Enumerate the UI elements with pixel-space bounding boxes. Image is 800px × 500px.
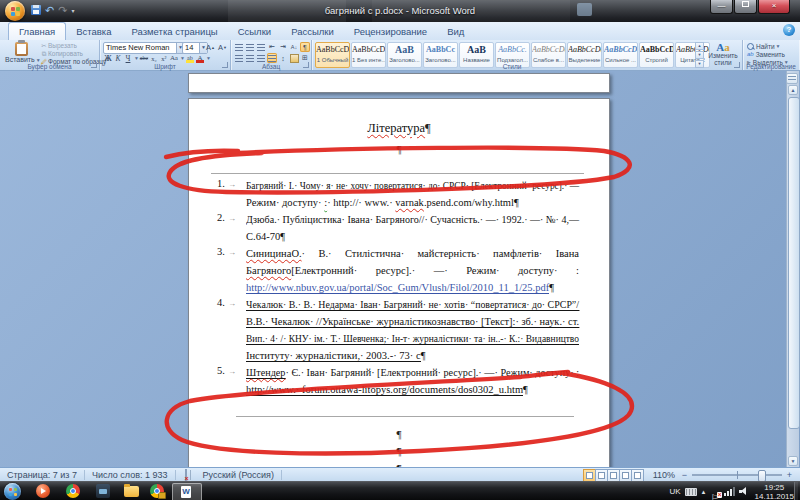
close-button[interactable]: × xyxy=(758,0,790,14)
justify-button[interactable] xyxy=(267,53,277,63)
cut-button[interactable]: ✂Вырезать xyxy=(40,42,98,50)
superscript-button[interactable]: x² xyxy=(159,53,169,63)
tab-mark: → xyxy=(228,299,236,308)
language-indicator[interactable]: Русский (Россия) xyxy=(196,470,282,480)
group-paragraph: ⇤ ⇥ А↓ ¶ ↕ ⊞ Абзац xyxy=(231,40,312,70)
underline-button[interactable]: Ч xyxy=(123,53,133,63)
document-page[interactable]: Література¶ ¶ 1.→Багряний· І.· Чому· я· … xyxy=(188,98,610,467)
restore-button[interactable] xyxy=(734,0,757,14)
network-icon[interactable] xyxy=(724,487,735,496)
list-item: 3.→СиницинаО.· В.· Стилістична· майстерн… xyxy=(189,243,609,294)
list-item: 1.→Багряний· І.· Чому· я· не· хочу· пове… xyxy=(189,175,609,209)
chevron-down-icon[interactable]: ▼ xyxy=(206,55,211,61)
scroll-up-icon[interactable]: ▲ xyxy=(788,85,798,95)
zoom-out-icon[interactable]: − xyxy=(680,470,689,480)
previous-page-edge xyxy=(188,73,610,93)
style-sample: AaBbCcDc xyxy=(604,43,637,56)
show-marks-button[interactable]: ¶ xyxy=(300,42,310,52)
replace-icon: ab xyxy=(747,51,754,57)
taskbar-chrome[interactable] xyxy=(66,484,81,499)
bold-button[interactable]: Ж xyxy=(103,53,113,63)
dialog-launcher-icon[interactable] xyxy=(303,62,309,68)
action-center-flag-icon[interactable] xyxy=(711,487,720,497)
tab-4[interactable]: Рассылки xyxy=(281,22,344,40)
paragraph-mark: ¶ xyxy=(189,460,609,467)
list-number: 1.→ xyxy=(189,175,246,209)
gallery-up-icon[interactable]: ▲ xyxy=(695,42,704,50)
highlight-button[interactable]: ab xyxy=(185,53,195,63)
vertical-scrollbar[interactable]: ▲ ▼ xyxy=(786,71,799,467)
list-item: 5.→Штендер· Є.· Іван· Багряний· [Електро… xyxy=(189,362,609,396)
tab-1[interactable]: Вставка xyxy=(66,22,121,40)
group-styles: AaBbCcDc1 ОбычныйAaBbCcDc1 Без инте...Aa… xyxy=(312,40,743,70)
trailing-paragraph-marks: ¶¶¶ xyxy=(189,426,609,467)
minimize-button[interactable]: — xyxy=(710,0,733,14)
volume-icon[interactable] xyxy=(739,487,749,496)
copy-icon: ⧉ xyxy=(40,50,48,58)
help-icon[interactable]: ? xyxy=(783,24,795,36)
start-button[interactable] xyxy=(4,483,21,500)
paragraph-mark: ¶ xyxy=(189,426,609,443)
taskbar-media-player[interactable] xyxy=(36,484,51,499)
taskbar-browser-secure[interactable] xyxy=(150,484,165,499)
grow-font-button[interactable]: А▲ xyxy=(205,42,216,53)
view-draft[interactable] xyxy=(631,469,644,482)
tab-mark: → xyxy=(228,248,236,257)
folder-icon xyxy=(124,486,139,497)
sort-button[interactable]: А↓ xyxy=(289,42,299,52)
decrease-indent-button[interactable]: ⇤ xyxy=(267,42,277,52)
tab-mark: → xyxy=(228,367,236,376)
tab-0[interactable]: Главная xyxy=(8,22,66,41)
tab-3[interactable]: Ссылки xyxy=(228,22,281,40)
strikethrough-button[interactable]: abc xyxy=(139,53,149,63)
line-spacing-button[interactable]: ↕ xyxy=(278,53,288,63)
dialog-launcher-icon[interactable] xyxy=(734,62,740,68)
taskbar-word-active[interactable]: W xyxy=(172,483,202,500)
gallery-down-icon[interactable]: ▼ xyxy=(695,51,704,59)
tab-5[interactable]: Рецензирование xyxy=(344,22,437,40)
tab-2[interactable]: Разметка страницы xyxy=(121,22,227,40)
taskbar-explorer[interactable] xyxy=(124,484,139,499)
copy-button[interactable]: ⧉Копировать xyxy=(40,50,98,58)
numbering-button[interactable] xyxy=(245,42,255,52)
increase-indent-button[interactable]: ⇥ xyxy=(278,42,288,52)
replace-button[interactable]: abЗаменить xyxy=(747,50,785,58)
hidden-icons-chevron[interactable]: ▲ xyxy=(701,489,707,495)
view-switcher xyxy=(584,469,644,482)
proofing-status[interactable] xyxy=(176,470,196,480)
word-count[interactable]: Число слов: 1 933 xyxy=(85,470,176,480)
dialog-launcher-icon[interactable] xyxy=(222,62,228,68)
show-desktop-button[interactable] xyxy=(794,482,798,500)
tab-6[interactable]: Вид xyxy=(437,22,474,40)
zoom-in-icon[interactable]: + xyxy=(785,470,794,480)
align-center-button[interactable] xyxy=(245,53,255,63)
dialog-launcher-icon[interactable] xyxy=(91,62,97,68)
scissors-icon: ✂ xyxy=(40,42,48,50)
clock[interactable]: 19:25 14.11.2015 xyxy=(755,483,794,500)
align-left-button[interactable] xyxy=(234,53,244,63)
tab-mark: → xyxy=(228,214,236,223)
group-font: Times New Roman▼ 14▼ А▲ А▼ Ж К Ч ▼ abc x… xyxy=(100,40,231,70)
keyboard-icon[interactable] xyxy=(685,488,697,496)
language-button[interactable]: UK xyxy=(669,487,680,496)
group-clipboard: Вставить▼ ✂Вырезать ⧉Копировать 🖉Формат … xyxy=(0,40,100,70)
font-color-button[interactable]: А xyxy=(195,53,205,63)
page-indicator[interactable]: Страница: 7 из 7 xyxy=(0,470,85,480)
zoom-level[interactable]: 110% xyxy=(653,470,675,480)
find-button[interactable]: Найти▼ xyxy=(747,42,781,50)
shrink-font-button[interactable]: А▼ xyxy=(217,42,228,53)
style-sample: AaBbCcDc xyxy=(568,43,601,56)
scrollbar-thumb[interactable] xyxy=(788,97,800,429)
align-right-button[interactable] xyxy=(256,53,266,63)
italic-button[interactable]: К xyxy=(113,53,123,63)
subscript-button[interactable]: x₂ xyxy=(149,53,159,63)
multilevel-list-button[interactable] xyxy=(256,42,266,52)
shading-button[interactable] xyxy=(289,53,299,63)
change-case-button[interactable]: Аа xyxy=(169,53,179,63)
zoom-slider[interactable] xyxy=(692,474,782,476)
bullets-button[interactable] xyxy=(234,42,244,52)
taskbar-app[interactable] xyxy=(96,484,111,499)
scroll-down-icon[interactable]: ▼ xyxy=(788,456,798,466)
system-tray: UK ▲ 19:25 14.11.2015 xyxy=(669,482,798,500)
ruler-toggle-button[interactable] xyxy=(786,73,798,84)
